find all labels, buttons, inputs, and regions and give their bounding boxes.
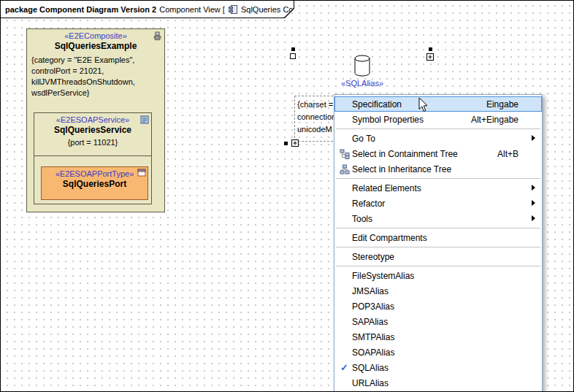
port-stereotype: «E2ESOAPPortType» [42,167,148,179]
menu-item-select-in-inheritance-tree[interactable]: Select in Inheritance Tree [334,161,542,177]
menu-item-edit-compartments[interactable]: Edit Compartments [334,230,542,245]
selection-handle[interactable] [291,47,295,51]
close-bracket: ] [332,5,334,14]
diagram-frame-header: package Component Diagram Version 2 Comp… [1,1,294,18]
inheritance-tree-icon [337,164,352,174]
shortcut-label: Eingabe [486,99,518,109]
menu-item-stereotype[interactable]: Stereotype [334,249,542,264]
service-properties: {port = 11021} [34,136,151,148]
submenu-arrow-icon [532,185,535,191]
submenu-arrow-icon [532,135,535,141]
menu-separator [336,247,540,247]
menu-separator [336,178,540,179]
submenu-arrow-icon [532,200,535,206]
menu-item-jmsalias[interactable]: JMSAlias [334,283,542,299]
composite-icon [153,31,162,41]
menu-item-filesystemalias[interactable]: FileSystemAlias [334,268,542,283]
checkmark-icon: ✓ [340,363,348,372]
service-name: SqlQueriesService [34,125,151,136]
menu-item-go-to[interactable]: Go To [334,131,542,146]
sqlalias-stereotype-label[interactable]: «SQLAlias» [333,79,391,88]
component-sqlqueriesservice[interactable]: «E2ESOAPService» SqlQueriesService {port… [34,112,152,204]
selection-handle-plus[interactable] [426,53,434,61]
menu-item-select-in-containment-tree[interactable]: Select in Containment Tree Alt+B [334,146,542,161]
menu-separator [336,128,540,129]
diagram-name: SqlQueries Components [241,5,329,14]
selection-handle[interactable] [429,47,432,51]
package-label: package Component Diagram Version 2 [5,5,156,14]
port-sqlqueriesport[interactable]: «E2ESOAPPortType» SqlQueriesPort [41,166,148,200]
menu-item-sapalias[interactable]: SAPAlias [334,314,542,329]
menu-item-smtpalias[interactable]: SMTPAlias [334,329,542,345]
composite-properties: {category = "E2E Examples", controlPort … [27,52,164,99]
menu-separator [336,228,540,228]
composite-stereotype: «E2EComposite» [27,29,164,41]
compartment-separator [34,155,151,156]
submenu-arrow-icon [532,215,535,221]
view-label: Component View [ [159,5,225,14]
menu-item-urlalias[interactable]: URLAlias [334,375,542,391]
menu-item-soapalias[interactable]: SOAPAlias [334,345,542,360]
composite-sqlqueriesexample[interactable]: «E2EComposite» SqlQueriesExample {catego… [26,28,165,212]
component-diagram-icon [228,4,238,15]
shortcut-label: Alt+B [497,149,518,159]
menu-item-refactor[interactable]: Refactor [334,196,542,211]
service-icon [140,115,149,124]
selection-handle-plus[interactable] [291,139,299,147]
port-name: SqlQueriesPort [42,179,148,190]
shortcut-label: Alt+Eingabe [471,115,518,125]
context-menu: Specification Eingabe Symbol Properties … [334,94,543,392]
selection-handle[interactable] [284,142,288,145]
port-icon [137,169,146,177]
menu-separator [336,266,540,266]
menu-item-pop3alias[interactable]: POP3Alias [334,299,542,314]
database-cylinder-icon[interactable] [354,55,370,77]
menu-item-related-elements[interactable]: Related Elements [334,180,542,196]
composite-name: SqlQueriesExample [27,41,164,52]
service-stereotype: «E2ESOAPService» [34,113,151,125]
selection-handle-open[interactable] [290,53,296,59]
menu-item-sqlalias[interactable]: ✓ SQLAlias [334,360,542,375]
menu-item-symbol-properties[interactable]: Symbol Properties Alt+Eingabe [334,112,542,127]
diagram-canvas[interactable]: package Component Diagram Version 2 Comp… [0,0,574,392]
containment-tree-icon [337,149,352,159]
menu-item-specification[interactable]: Specification Eingabe [334,96,542,112]
menu-item-tools[interactable]: Tools [334,211,542,226]
